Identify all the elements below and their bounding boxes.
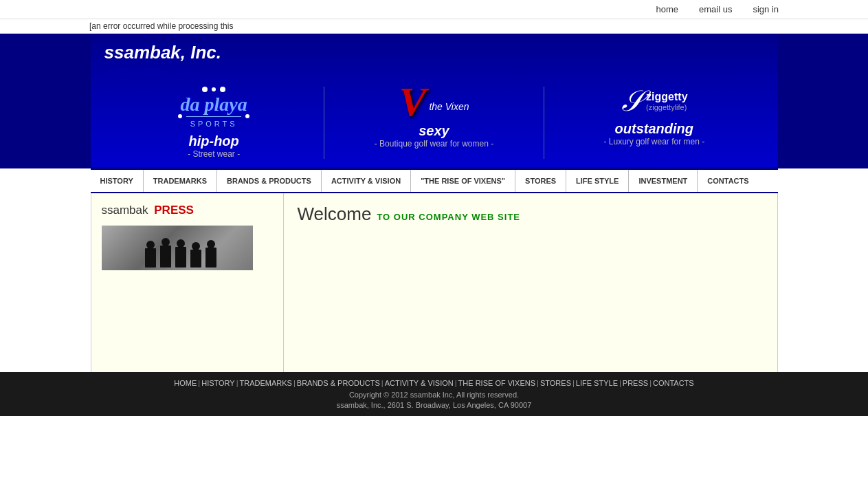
brand1-tagline: hip-hop	[189, 133, 239, 149]
home-link[interactable]: home	[656, 4, 678, 14]
brand-the-vixen: V the Vixen sexy - Boutique golf wear fo…	[324, 87, 544, 159]
footer-home[interactable]: HOME	[174, 379, 197, 387]
footer-activity[interactable]: ACTIVITY & VISION	[385, 379, 454, 387]
nav-item-history[interactable]: HISTORY	[91, 170, 144, 192]
nav-item-contacts[interactable]: CONTACTS	[698, 170, 758, 192]
welcome-heading: Welcome TO OUR COMPANY WEB SITE	[298, 204, 764, 225]
nav-item-brands[interactable]: BRANDS & PRODUCTS	[217, 170, 322, 192]
press-photo	[102, 226, 253, 270]
footer-brands[interactable]: BRANDS & PRODUCTS	[297, 379, 380, 387]
nav-item-trademarks[interactable]: TRADEMARKS	[144, 170, 217, 192]
brand-ziggetty: 𝒮 ziggetty (ziggettylife) outstanding - …	[544, 87, 764, 159]
nav-item-stores[interactable]: STORES	[515, 170, 566, 192]
footer-history[interactable]: HISTORY	[201, 379, 235, 387]
footer-lifestyle[interactable]: LIFE STYLE	[576, 379, 618, 387]
footer-links: HOME | HISTORY | TRADEMARKS | BRANDS & P…	[98, 379, 771, 387]
welcome-text: Welcome	[298, 204, 372, 225]
nav-item-rise-of-vixens[interactable]: "THE RISE OF VIXENS"	[411, 170, 515, 192]
main-content: Welcome TO OUR COMPANY WEB SITE	[284, 193, 777, 372]
footer-press[interactable]: PRESS	[623, 379, 648, 387]
nav-item-activity[interactable]: ACTIVITY & VISION	[322, 170, 411, 192]
nav-item-investment[interactable]: INVESTMENT	[629, 170, 698, 192]
company-name-mirror: ssambak, Inc.	[104, 63, 764, 81]
footer-contacts[interactable]: CONTACTS	[653, 379, 694, 387]
company-name: ssambak, Inc.	[104, 42, 764, 63]
brand3-tagline: outstanding	[615, 121, 693, 137]
welcome-sub: TO OUR COMPANY WEB SITE	[377, 212, 520, 222]
sidebar-section: PRESS	[154, 204, 194, 217]
brand2-tagline: sexy	[419, 123, 449, 139]
brand3-desc: - Luxury golf wear for men -	[603, 137, 704, 146]
footer-rise[interactable]: THE RISE OF VIXENS	[458, 379, 535, 387]
footer-trademarks[interactable]: TRADEMARKS	[240, 379, 292, 387]
sign-in-link[interactable]: sign in	[753, 4, 779, 14]
email-us-link[interactable]: email us	[699, 4, 732, 14]
sidebar-company: ssambak	[102, 204, 148, 217]
footer-stores[interactable]: STORES	[540, 379, 571, 387]
brand-da-playa: da playa SPORTS hip-hop - Street wear -	[104, 87, 324, 159]
brand1-desc: - Street wear -	[188, 149, 240, 159]
sidebar: ssambak PRESS	[91, 193, 284, 372]
footer-address: ssambak, Inc., 2601 S. Broadway, Los Ang…	[98, 401, 771, 409]
brand2-desc: - Boutique golf wear for women -	[375, 139, 493, 149]
footer-copyright: Copyright © 2012 ssambak Inc, All rights…	[98, 391, 771, 399]
nav-item-lifestyle[interactable]: LIFE STYLE	[566, 170, 629, 192]
error-text: [an error occurred while processing this	[89, 21, 233, 31]
